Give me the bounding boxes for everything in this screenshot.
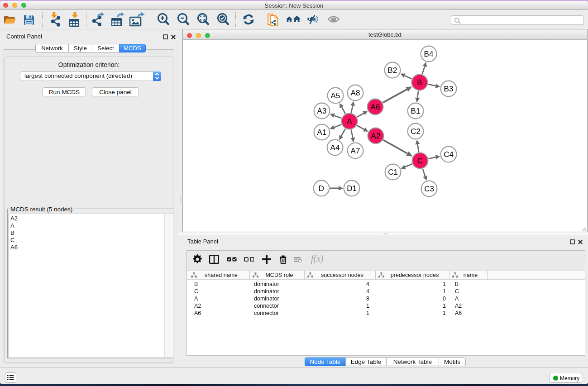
- svg-text:A3: A3: [317, 107, 327, 115]
- svg-text:B2: B2: [388, 66, 397, 75]
- svg-text:A2: A2: [371, 132, 381, 140]
- svg-text:A1: A1: [317, 128, 327, 137]
- svg-text:D: D: [319, 184, 324, 193]
- svg-text:C: C: [417, 157, 423, 165]
- svg-text:A: A: [347, 117, 352, 126]
- svg-text:A8: A8: [351, 89, 360, 97]
- svg-text:B4: B4: [424, 50, 434, 58]
- svg-text:C2: C2: [411, 127, 421, 136]
- svg-text:C4: C4: [444, 150, 454, 159]
- svg-text:B1: B1: [411, 107, 421, 115]
- svg-text:D1: D1: [347, 184, 357, 193]
- svg-text:B3: B3: [444, 85, 454, 93]
- svg-text:C3: C3: [424, 185, 434, 193]
- svg-text:A6: A6: [371, 103, 380, 111]
- svg-text:A4: A4: [330, 143, 340, 152]
- svg-text:C1: C1: [388, 168, 398, 176]
- svg-text:A5: A5: [331, 91, 340, 100]
- svg-text:A7: A7: [351, 147, 360, 155]
- svg-text:B: B: [417, 78, 422, 87]
